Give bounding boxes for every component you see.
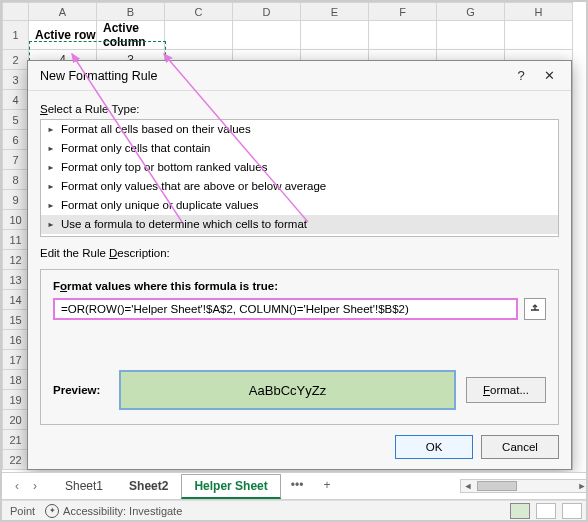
accessibility-status[interactable]: ✦ Accessibility: Investigate: [45, 504, 182, 518]
tab-helper-sheet[interactable]: Helper Sheet: [181, 474, 280, 499]
col-F[interactable]: F: [369, 3, 437, 21]
help-button[interactable]: ?: [507, 65, 535, 87]
status-bar: Point ✦ Accessibility: Investigate: [2, 500, 588, 520]
row-8[interactable]: 8: [3, 170, 29, 190]
tab-overflow[interactable]: •••: [281, 474, 314, 499]
cell-F1[interactable]: [369, 21, 437, 50]
sheet-tab-strip: ‹ › Sheet1 Sheet2 Helper Sheet ••• + ◄ ►: [2, 472, 588, 500]
row-1[interactable]: 1: [3, 21, 29, 50]
rule-type-option[interactable]: Use a formula to determine which cells t…: [41, 215, 558, 234]
row-14[interactable]: 14: [3, 290, 29, 310]
format-button[interactable]: Format...: [466, 377, 546, 403]
rule-type-option[interactable]: Format only unique or duplicate values: [41, 196, 558, 215]
row-11[interactable]: 11: [3, 230, 29, 250]
new-formatting-rule-dialog: New Formatting Rule ? ✕ Select a Rule Ty…: [27, 60, 572, 470]
rule-type-option[interactable]: Format only top or bottom ranked values: [41, 158, 558, 177]
cell-H1[interactable]: [505, 21, 573, 50]
rule-type-option[interactable]: Format only cells that contain: [41, 139, 558, 158]
collapse-dialog-icon[interactable]: [524, 298, 546, 320]
tab-nav-prev[interactable]: ‹: [8, 477, 26, 495]
cell-mode: Point: [10, 505, 35, 517]
dialog-titlebar[interactable]: New Formatting Rule ? ✕: [28, 61, 571, 91]
rule-description-box: Format values where this formula is true…: [40, 269, 559, 425]
row-17[interactable]: 17: [3, 350, 29, 370]
rule-type-option[interactable]: Format all cells based on their values: [41, 120, 558, 139]
close-button[interactable]: ✕: [535, 65, 563, 87]
row-16[interactable]: 16: [3, 330, 29, 350]
formula-label: Format values where this formula is true…: [53, 280, 546, 292]
preview-swatch: AaBbCcYyZz: [119, 370, 456, 410]
scroll-thumb[interactable]: [477, 481, 517, 491]
rule-type-option[interactable]: Format only values that are above or bel…: [41, 177, 558, 196]
row-20[interactable]: 20: [3, 410, 29, 430]
accessibility-icon: ✦: [45, 504, 59, 518]
row-12[interactable]: 12: [3, 250, 29, 270]
view-normal-button[interactable]: [510, 503, 530, 519]
view-page-layout-button[interactable]: [536, 503, 556, 519]
view-pagebreak-button[interactable]: [562, 503, 582, 519]
row-21[interactable]: 21: [3, 430, 29, 450]
formula-input[interactable]: [53, 298, 518, 320]
row-19[interactable]: 19: [3, 390, 29, 410]
row-5[interactable]: 5: [3, 110, 29, 130]
col-D[interactable]: D: [233, 3, 301, 21]
rule-type-list[interactable]: Format all cells based on their valuesFo…: [40, 119, 559, 237]
tab-sheet2[interactable]: Sheet2: [116, 474, 181, 499]
col-G[interactable]: G: [437, 3, 505, 21]
column-headers[interactable]: A B C D E F G H: [3, 3, 573, 21]
preview-sample-text: AaBbCcYyZz: [249, 383, 326, 398]
horizontal-scrollbar[interactable]: ◄ ►: [460, 479, 588, 493]
row-4[interactable]: 4: [3, 90, 29, 110]
row-18[interactable]: 18: [3, 370, 29, 390]
preview-label: Preview:: [53, 384, 109, 396]
col-H[interactable]: H: [505, 3, 573, 21]
cell-E1[interactable]: [301, 21, 369, 50]
cancel-button[interactable]: Cancel: [481, 435, 559, 459]
col-B[interactable]: B: [97, 3, 165, 21]
row-22[interactable]: 22: [3, 450, 29, 470]
row-3[interactable]: 3: [3, 70, 29, 90]
select-rule-type-label: Select a Rule Type:: [40, 103, 559, 115]
row-13[interactable]: 13: [3, 270, 29, 290]
cell-C1[interactable]: [165, 21, 233, 50]
tab-sheet1[interactable]: Sheet1: [52, 474, 116, 499]
col-E[interactable]: E: [301, 3, 369, 21]
row-6[interactable]: 6: [3, 130, 29, 150]
row-2[interactable]: 2: [3, 50, 29, 70]
row-15[interactable]: 15: [3, 310, 29, 330]
cell-G1[interactable]: [437, 21, 505, 50]
select-all-corner[interactable]: [3, 3, 29, 21]
row-9[interactable]: 9: [3, 190, 29, 210]
row-10[interactable]: 10: [3, 210, 29, 230]
tab-nav-next[interactable]: ›: [26, 477, 44, 495]
col-C[interactable]: C: [165, 3, 233, 21]
row-7[interactable]: 7: [3, 150, 29, 170]
edit-rule-description-label: Edit the Rule Description:: [40, 247, 559, 259]
cell-B1[interactable]: Active column: [97, 21, 165, 50]
ok-button[interactable]: OK: [395, 435, 473, 459]
scroll-left-icon[interactable]: ◄: [461, 481, 475, 491]
cell-A1[interactable]: Active row: [29, 21, 97, 50]
dialog-title: New Formatting Rule: [40, 69, 507, 83]
cell-D1[interactable]: [233, 21, 301, 50]
col-A[interactable]: A: [29, 3, 97, 21]
new-sheet-button[interactable]: +: [313, 474, 340, 499]
scroll-right-icon[interactable]: ►: [575, 481, 588, 491]
